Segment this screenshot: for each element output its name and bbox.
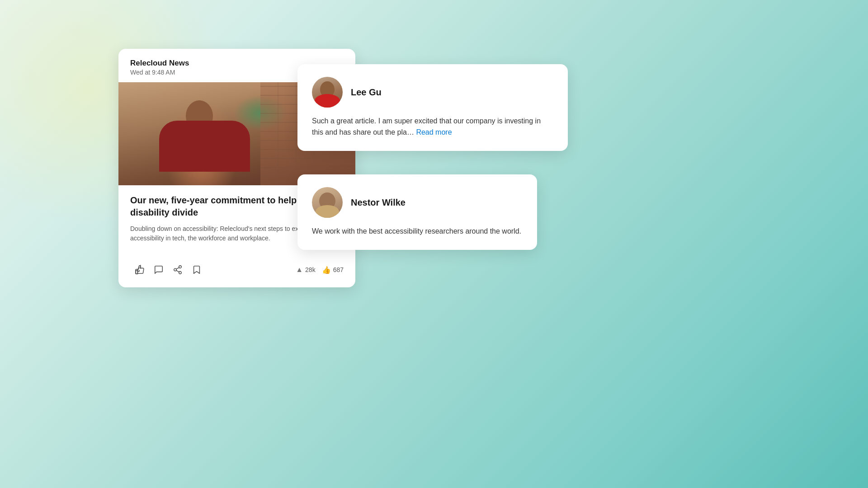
like-button[interactable] xyxy=(130,262,149,277)
scene: Relecloud News Wed at 9:48 AM Our new, f… xyxy=(0,0,868,488)
comment-text-2: We work with the best accessibility rese… xyxy=(312,226,523,237)
comment-header-2: Nestor Wilke xyxy=(312,187,523,218)
comment-icon xyxy=(154,265,164,275)
comment-text-1: Such a great article. I am super excited… xyxy=(312,116,553,138)
read-more-link-1[interactable]: Read more xyxy=(416,128,452,136)
comment-card-1: Lee Gu Such a great article. I am super … xyxy=(297,64,568,151)
comment-author-1: Lee Gu xyxy=(351,87,382,98)
news-actions: ▲ 28k 👍 687 xyxy=(118,258,355,287)
upvote-count: 28k xyxy=(305,266,316,273)
stats: ▲ 28k 👍 687 xyxy=(296,266,344,274)
like-emoji-icon: 👍 xyxy=(322,266,331,274)
share-icon xyxy=(173,265,183,275)
bookmark-icon xyxy=(192,265,202,275)
comment-card-2: Nestor Wilke We work with the best acces… xyxy=(297,174,537,250)
avatar-lee-gu xyxy=(312,77,343,108)
share-button[interactable] xyxy=(168,262,187,277)
person-silhouette xyxy=(154,93,261,185)
upvote-icon: ▲ xyxy=(296,266,303,274)
comment-author-2: Nestor Wilke xyxy=(351,197,406,208)
comment-header-1: Lee Gu xyxy=(312,77,553,108)
svg-line-4 xyxy=(176,267,179,269)
person-body xyxy=(159,121,250,172)
comment-body-2: We work with the best accessibility rese… xyxy=(312,227,521,235)
upvote-stat: ▲ 28k xyxy=(296,266,315,274)
avatar-nestor-wilke xyxy=(312,187,343,218)
comment-button[interactable] xyxy=(149,262,168,277)
like-stat: 👍 687 xyxy=(322,266,344,274)
like-count: 687 xyxy=(333,266,344,273)
bookmark-button[interactable] xyxy=(187,262,206,277)
thumbs-up-icon xyxy=(135,265,145,275)
svg-line-3 xyxy=(176,271,179,272)
